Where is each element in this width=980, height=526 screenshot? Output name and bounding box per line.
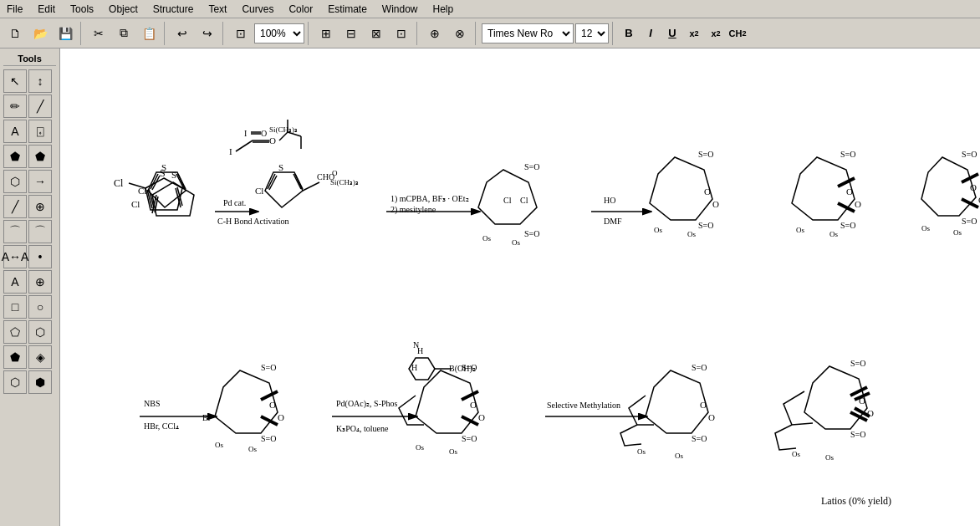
tool-pencil[interactable]: ✏ [3, 94, 27, 118]
tool-cyclo1[interactable]: ⬟ [3, 345, 27, 369]
svg-text:Br: Br [202, 413, 212, 422]
canvas[interactable]: S Cl S Cl [60, 49, 980, 526]
chemistry-svg: S Cl S Cl [60, 49, 980, 526]
svg-text:Si(CH₃)₃: Si(CH₃)₃ [269, 125, 298, 134]
save-button[interactable]: 💾 [54, 22, 77, 45]
menu-tools[interactable]: Tools [67, 3, 97, 16]
menu-file[interactable]: File [3, 3, 26, 16]
menu-estimate[interactable]: Estimate [324, 3, 370, 16]
svg-line-52 [962, 199, 978, 207]
view-btn4[interactable]: ⊡ [390, 22, 413, 45]
tool-arc2[interactable]: ⌒ [28, 220, 52, 243]
menu-bar: File Edit Tools Object Structure Text Cu… [0, 0, 980, 18]
svg-text:NBS: NBS [144, 399, 160, 408]
menu-edit[interactable]: Edit [34, 3, 59, 16]
sep2 [164, 22, 167, 45]
toolbox: Tools ↖ ↕ ✏ ╱ A ⌺ ⬟ ⬟ ⬡ → ╱ ⊕ ⌒ ⌒ A [0, 49, 60, 526]
svg-text:I: I [244, 129, 247, 138]
tool-arc[interactable]: ⌒ [3, 220, 27, 243]
svg-text:O: O [704, 186, 711, 197]
subscript-button[interactable]: x2 [684, 23, 704, 43]
svg-text:Pd(OAc)₂, S-Phos: Pd(OAc)₂, S-Phos [336, 399, 398, 409]
tool-select[interactable]: ↖ [3, 69, 27, 93]
undo-button[interactable]: ↩ [171, 22, 194, 45]
zoom-fit-button[interactable]: ⊡ [229, 22, 253, 45]
svg-text:Cl: Cl [131, 199, 140, 209]
menu-structure[interactable]: Structure [150, 3, 197, 16]
redo-button[interactable]: ↪ [196, 22, 219, 45]
sep1 [80, 22, 84, 45]
menu-curves[interactable]: Curves [238, 3, 277, 16]
svg-text:S: S [278, 162, 283, 172]
view-btn3[interactable]: ⊠ [365, 22, 388, 45]
superscript-button[interactable]: x2 [706, 23, 726, 43]
tool-bond1[interactable]: ⬟ [3, 145, 27, 168]
tool-line[interactable]: ╱ [28, 94, 52, 118]
svg-text:O: O [712, 199, 719, 209]
svg-text:S=O: S=O [692, 363, 707, 372]
tool-cyclo3[interactable]: ⬡ [3, 370, 27, 394]
svg-text:Os: Os [921, 224, 930, 232]
underline-button[interactable]: U [662, 23, 682, 43]
view-btn2[interactable]: ⊟ [339, 22, 363, 45]
svg-text:Os: Os [637, 447, 646, 456]
svg-text:Os: Os [215, 441, 223, 449]
tool-chain[interactable]: ╱ [3, 195, 27, 218]
cut-button[interactable]: ✂ [87, 22, 110, 45]
chemistry-canvas[interactable]: S Cl S Cl [60, 49, 980, 526]
svg-marker-0 [152, 182, 194, 216]
tool-textatom[interactable]: A↔A [3, 245, 27, 268]
svg-text:Os: Os [687, 230, 696, 238]
menu-window[interactable]: Window [379, 3, 421, 16]
svg-text:O: O [261, 129, 267, 138]
svg-text:I: I [229, 146, 232, 156]
menu-text[interactable]: Text [205, 3, 230, 16]
menu-object[interactable]: Object [105, 3, 141, 16]
paste-button[interactable]: 📋 [137, 22, 161, 45]
svg-text:N: N [413, 340, 419, 350]
svg-text:O: O [700, 400, 707, 410]
ch-bond-label: C-H Bond Activation [217, 217, 289, 226]
svg-text:S=O: S=O [840, 221, 855, 230]
misc-btn1[interactable]: ⊕ [423, 22, 447, 45]
tool-arrow[interactable]: → [28, 170, 52, 193]
formula-button[interactable]: CH2 [727, 23, 748, 43]
zoom-select[interactable]: 100% 75% 150% 200% [254, 23, 304, 43]
svg-line-79 [462, 391, 478, 400]
font-size-select[interactable]: 12 10 14 16 [575, 23, 609, 43]
tool-rect[interactable]: □ [3, 295, 27, 319]
tool-cyclo4[interactable]: ⬢ [28, 370, 52, 394]
tool-ring1[interactable]: ⬡ [3, 170, 27, 193]
menu-color[interactable]: Color [285, 3, 316, 16]
tool-label2[interactable]: A [3, 270, 27, 294]
sep3 [222, 22, 226, 45]
tool-penta[interactable]: ⬠ [3, 320, 27, 344]
svg-text:1) mCPBA, BF₃ · OEt₂: 1) mCPBA, BF₃ · OEt₂ [390, 194, 469, 204]
tool-lasso[interactable]: ⌺ [28, 120, 52, 143]
svg-text:Os: Os [449, 447, 457, 456]
svg-text:O: O [846, 186, 853, 197]
svg-text:Os: Os [825, 453, 834, 462]
tool-transform[interactable]: ↕ [28, 69, 52, 93]
tool-cyclo2[interactable]: ◈ [28, 345, 52, 369]
tool-bond2[interactable]: ⬟ [28, 145, 52, 168]
tool-charge[interactable]: ⊕ [28, 270, 52, 294]
latios-label: Latios (0% yield) [821, 495, 891, 507]
tool-oval[interactable]: ○ [28, 295, 52, 319]
svg-text:S=O: S=O [698, 150, 713, 159]
open-button[interactable]: 📂 [28, 22, 52, 45]
bold-button[interactable]: B [619, 23, 639, 43]
new-button[interactable]: 🗋 [3, 22, 27, 45]
svg-text:HBr, CCl₄: HBr, CCl₄ [144, 421, 179, 431]
menu-help[interactable]: Help [430, 3, 457, 16]
tool-text[interactable]: A [3, 120, 27, 143]
tool-plus[interactable]: ⊕ [28, 195, 52, 218]
svg-text:H: H [411, 363, 417, 372]
font-select[interactable]: Times New Ro [482, 23, 574, 43]
view-btn1[interactable]: ⊞ [314, 22, 338, 45]
copy-button[interactable]: ⧉ [112, 22, 135, 45]
tool-hex[interactable]: ⬡ [28, 320, 52, 344]
italic-button[interactable]: I [641, 23, 661, 43]
misc-btn2[interactable]: ⊗ [448, 22, 472, 45]
tool-dot[interactable]: • [28, 245, 52, 268]
